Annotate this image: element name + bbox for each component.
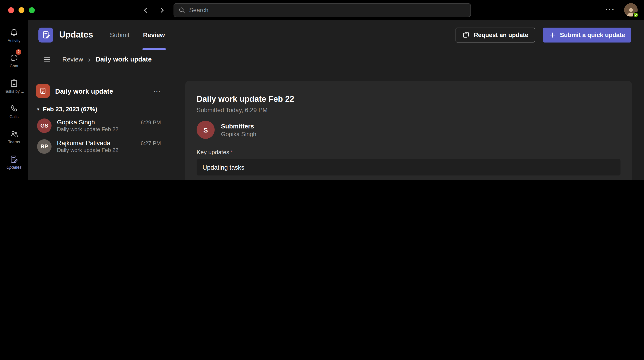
sidebar-item-tasks[interactable]: Tasks by ... xyxy=(0,73,28,99)
sidebar-item-label: Tasks by ... xyxy=(4,89,24,93)
panel-more-icon[interactable]: ··· xyxy=(154,88,161,94)
tab-bar: Submit Review xyxy=(103,20,172,50)
update-title: Daily work update Feb 22 xyxy=(196,81,620,104)
sidebar-item-label: Calls xyxy=(10,114,18,119)
window-controls xyxy=(8,0,35,20)
request-update-label: Request an update xyxy=(474,32,528,38)
teams-window: ··· Activity Chat 2 xyxy=(0,0,644,180)
zoom-window-button[interactable] xyxy=(29,7,35,13)
submissions-panel: Daily work update ··· ▾ Feb 23, 2023 (67… xyxy=(28,69,172,180)
tab-review[interactable]: Review xyxy=(136,20,172,50)
form-field-key-updates: Key updates* Updating tasks xyxy=(196,149,620,175)
updates-app-icon xyxy=(38,27,53,42)
field-label: Key updates* xyxy=(196,149,620,156)
list-item-texts: Rajkumar Pativada Daily work update Feb … xyxy=(57,139,135,154)
profile-avatar[interactable] xyxy=(624,3,638,17)
submission-title: Daily work update Feb 22 xyxy=(57,147,135,154)
sidebar-item-more[interactable]: ··· xyxy=(0,175,28,180)
search-icon xyxy=(178,7,185,14)
chevron-right-icon: › xyxy=(88,55,90,63)
submitter-name: Gopika Singh xyxy=(57,119,135,126)
breadcrumb-current: Daily work update xyxy=(96,56,152,63)
app-rail: Activity Chat 2 Tasks by ... Calls xyxy=(0,20,28,180)
sidebar-item-chat[interactable]: Chat 2 xyxy=(0,48,28,73)
avatar: S xyxy=(196,121,215,139)
submission-title: Daily work update Feb 22 xyxy=(57,126,135,133)
submit-quick-update-button[interactable]: Submit a quick update xyxy=(543,27,631,42)
submit-quick-update-label: Submit a quick update xyxy=(560,32,625,38)
avatar: GS xyxy=(37,119,52,133)
panel-title: Daily work update xyxy=(55,87,154,95)
breadcrumb-parent[interactable]: Review xyxy=(62,56,83,63)
updates-note-icon xyxy=(10,154,18,164)
submitted-timestamp: Submitted Today, 6:29 PM xyxy=(196,107,620,114)
tab-submit[interactable]: Submit xyxy=(103,20,136,50)
plus-icon xyxy=(549,32,556,38)
chevron-down-icon: ▾ xyxy=(37,107,39,112)
update-detail-card: Daily work update Feb 22 Submitted Today… xyxy=(185,81,632,180)
back-icon[interactable] xyxy=(141,6,150,15)
date-group-label: Feb 23, 2023 (67%) xyxy=(43,106,97,113)
people-icon xyxy=(9,129,19,138)
forward-icon[interactable] xyxy=(157,6,166,15)
phone-icon xyxy=(10,104,18,113)
submission-time: 6:27 PM xyxy=(141,139,161,154)
submitters-texts: Submitters Gopika Singh xyxy=(221,122,256,138)
search-input[interactable] xyxy=(189,7,466,14)
titlebar: ··· xyxy=(0,0,644,20)
header-actions: Request an update Submit a quick update xyxy=(456,27,631,42)
daily-work-update-icon xyxy=(36,84,50,98)
sidebar-item-updates[interactable]: Updates xyxy=(0,149,28,175)
field-value[interactable]: Updating tasks xyxy=(196,159,620,175)
sidebar-item-teams[interactable]: Teams xyxy=(0,124,28,149)
submission-time: 6:29 PM xyxy=(141,119,161,133)
minimize-window-button[interactable] xyxy=(18,7,24,13)
page-title: Updates xyxy=(59,30,93,40)
sidebar-item-label: Updates xyxy=(6,165,22,169)
breadcrumb: Review › Daily work update xyxy=(28,50,644,69)
sidebar-item-calls[interactable]: Calls xyxy=(0,99,28,124)
sidebar-item-label: Teams xyxy=(8,140,20,144)
sidebar-item-label: Activity xyxy=(8,38,20,43)
panel-header: Daily work update ··· xyxy=(28,69,172,98)
detail-area: Daily work update Feb 22 Submitted Today… xyxy=(173,69,644,180)
date-group-header[interactable]: ▾ Feb 23, 2023 (67%) xyxy=(28,98,172,115)
request-update-icon xyxy=(462,31,470,39)
app-header: Updates Submit Review Request an update … xyxy=(28,20,644,50)
chat-unread-badge: 2 xyxy=(15,48,22,56)
history-nav xyxy=(141,0,166,20)
global-search xyxy=(173,3,471,17)
submitters-label: Submitters xyxy=(221,122,256,130)
bell-icon xyxy=(10,28,18,37)
avatar: RP xyxy=(37,139,52,154)
clipboard-icon xyxy=(10,79,18,88)
list-item-texts: Gopika Singh Daily work update Feb 22 xyxy=(57,119,135,133)
close-window-button[interactable] xyxy=(8,7,14,13)
required-asterisk: * xyxy=(231,149,233,156)
topbar-right: ··· xyxy=(605,0,638,20)
sidebar-item-activity[interactable]: Activity xyxy=(0,23,28,48)
presence-available-icon xyxy=(633,12,638,18)
submitter-name: Gopika Singh xyxy=(221,130,256,138)
sidebar-item-label: Chat xyxy=(10,64,18,68)
topbar-more-icon[interactable]: ··· xyxy=(605,6,615,15)
hamburger-menu-icon[interactable] xyxy=(42,54,52,64)
submitter-name: Rajkumar Pativada xyxy=(57,139,135,147)
submitters-row: S Submitters Gopika Singh xyxy=(196,121,620,139)
list-item[interactable]: GS Gopika Singh Daily work update Feb 22… xyxy=(28,115,172,136)
list-item[interactable]: RP Rajkumar Pativada Daily work update F… xyxy=(28,136,172,157)
request-update-button[interactable]: Request an update xyxy=(456,27,535,42)
